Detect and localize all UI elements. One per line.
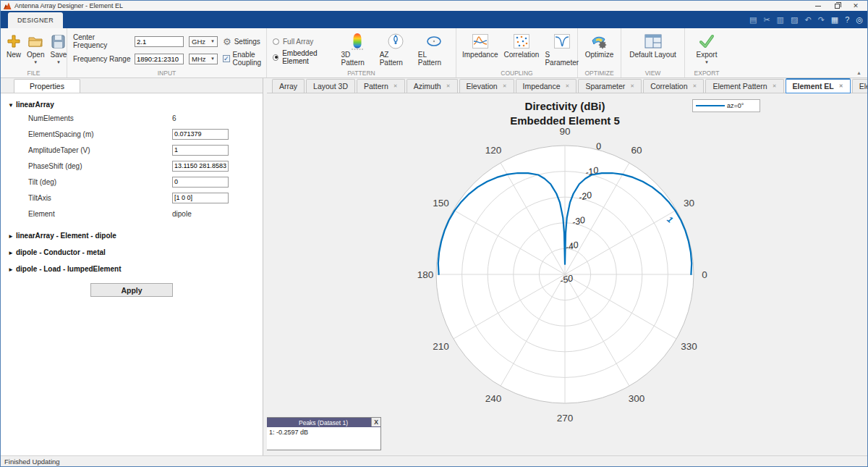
- cut-icon[interactable]: ✂: [763, 16, 770, 24]
- open-dropdown-icon[interactable]: ▼: [33, 60, 38, 65]
- center-frequency-unit-dropdown[interactable]: GHz▼: [189, 36, 218, 47]
- properties-tabstrip: Properties: [1, 78, 263, 93]
- ribbon-section-coupling: Impedance Correlation: [456, 28, 578, 77]
- help-icon[interactable]: ?: [845, 16, 849, 24]
- impedance-button[interactable]: Impedance: [459, 30, 501, 60]
- properties-panel: Properties ▼linearArray NumElements 6 El…: [1, 78, 263, 455]
- center-frequency-input[interactable]: [135, 36, 184, 47]
- export-button[interactable]: Export ▼: [694, 30, 720, 67]
- correlation-icon: [514, 32, 529, 51]
- ribbon-section-optimize: Optimize OPTIMIZE: [578, 28, 621, 77]
- close-tab-icon[interactable]: ✕: [773, 83, 777, 89]
- 3d-pattern-icon: [352, 32, 363, 51]
- chevron-down-icon: ▼: [210, 56, 215, 61]
- close-tab-icon[interactable]: ✕: [503, 83, 507, 89]
- el-pattern-button[interactable]: EL Pattern: [415, 30, 453, 68]
- conductor-metal-section-header[interactable]: ►dipole - Conductor - metal: [1, 244, 263, 261]
- restore-button[interactable]: [833, 1, 841, 10]
- save-dropdown-icon[interactable]: ▼: [56, 60, 61, 65]
- paste-icon[interactable]: ▨: [791, 16, 798, 24]
- amplitudetaper-input[interactable]: [172, 145, 229, 156]
- window-layout-icon[interactable]: ▦: [831, 16, 838, 24]
- apply-button[interactable]: Apply: [90, 283, 173, 297]
- correlation-button[interactable]: Correlation: [501, 30, 542, 60]
- property-row: NumElements 6: [1, 110, 263, 126]
- phaseshift-input[interactable]: [172, 161, 229, 172]
- tab-impedance[interactable]: Impedance✕: [516, 79, 577, 93]
- tab-layout-3d[interactable]: Layout 3D: [306, 79, 355, 93]
- s-parameter-button[interactable]: S Parameter: [542, 30, 582, 68]
- peaks-close-button[interactable]: X: [371, 418, 380, 426]
- property-row: AmplitudeTaper (V): [1, 142, 263, 158]
- enable-coupling-checkbox[interactable]: ✓ Enable Coupling: [223, 51, 262, 67]
- load-lumpedelement-section-header[interactable]: ►dipole - Load - lumpedElement: [1, 261, 263, 277]
- tab-array[interactable]: Array: [272, 79, 305, 93]
- new-button[interactable]: New ▼: [4, 30, 24, 67]
- embedded-element-radio[interactable]: Embedded Element: [273, 49, 339, 65]
- numelements-value: 6: [172, 114, 176, 122]
- svg-text:120: 120: [485, 145, 502, 156]
- optimize-button[interactable]: Optimize: [582, 30, 616, 60]
- collapse-ribbon-icon[interactable]: ▲: [856, 70, 861, 75]
- tab-designer[interactable]: DESIGNER: [8, 12, 63, 28]
- tab-element-az[interactable]: Element AZ✕: [852, 79, 868, 93]
- triangle-expanded-icon: ▼: [8, 102, 14, 109]
- ribbon-section-file: New ▼ Open ▼ Save ▼ FI: [1, 28, 67, 77]
- tab-properties[interactable]: Properties: [14, 79, 80, 93]
- minimize-button[interactable]: [814, 1, 822, 10]
- undo-icon[interactable]: ↶: [804, 16, 811, 24]
- tilt-input[interactable]: [172, 177, 229, 188]
- tab-element-pattern[interactable]: Element Pattern✕: [705, 79, 783, 93]
- close-button[interactable]: ✕: [851, 1, 860, 10]
- tab-elevation[interactable]: Elevation✕: [459, 79, 514, 93]
- export-dropdown-icon[interactable]: ▼: [705, 60, 709, 65]
- frequency-range-input[interactable]: [135, 54, 184, 64]
- resources-icon[interactable]: ◎: [856, 16, 863, 24]
- open-button[interactable]: Open ▼: [24, 30, 47, 67]
- frequency-range-unit-dropdown[interactable]: MHz▼: [189, 54, 218, 64]
- close-tab-icon[interactable]: ✕: [446, 83, 451, 89]
- tab-pattern[interactable]: Pattern✕: [357, 79, 405, 93]
- peaks-panel-header[interactable]: Peaks (Dataset 1) X: [267, 418, 380, 427]
- impedance-icon: [472, 32, 488, 51]
- save-icon[interactable]: ▤: [749, 16, 757, 24]
- window-title: Antenna Array Designer - Element EL: [14, 2, 123, 9]
- property-row: PhaseShift (deg): [1, 158, 263, 174]
- el-pattern-icon: [425, 32, 443, 51]
- close-tab-icon[interactable]: ✕: [566, 83, 570, 89]
- close-tab-icon[interactable]: ✕: [393, 83, 398, 89]
- tiltaxis-input[interactable]: [172, 193, 229, 203]
- status-text: Finished Updating: [4, 458, 60, 466]
- frequency-range-label: Frequency Range: [73, 55, 131, 63]
- elementspacing-input[interactable]: [172, 129, 229, 140]
- element-dipole-section-header[interactable]: ►linearArray - Element - dipole: [1, 227, 263, 244]
- property-row: Tilt (deg): [1, 174, 263, 190]
- radio-selected-icon: [273, 54, 278, 61]
- save-button[interactable]: Save ▼: [47, 30, 69, 67]
- svg-text:180: 180: [417, 269, 434, 280]
- lineararray-section-header[interactable]: ▼linearArray: [1, 93, 263, 110]
- peaks-panel[interactable]: Peaks (Dataset 1) X 1: -0.2597 dB: [267, 417, 381, 450]
- checkbox-checked-icon: ✓: [223, 55, 230, 62]
- tab-azimuth[interactable]: Azimuth✕: [407, 79, 458, 93]
- close-tab-icon[interactable]: ✕: [693, 83, 697, 89]
- property-row: TiltAxis: [1, 190, 263, 206]
- close-tab-icon[interactable]: ✕: [839, 83, 843, 89]
- ribbon-tab-bar: DESIGNER ▤ ✂ ▥ ▨ ↶ ↷ ▦ ? ◎: [1, 11, 867, 28]
- tab-correlation[interactable]: Correlation✕: [643, 79, 704, 93]
- close-tab-icon[interactable]: ✕: [630, 83, 634, 89]
- tab-sparameter[interactable]: Sparameter✕: [578, 79, 642, 93]
- ribbon-section-pattern: Full Array Embedded Element: [267, 28, 456, 77]
- az-pattern-icon: [387, 32, 404, 51]
- redo-icon[interactable]: ↷: [818, 16, 825, 24]
- settings-button[interactable]: ⚙ Settings: [223, 37, 262, 46]
- ribbon-section-export: Export ▼ EXPORT: [685, 28, 728, 77]
- svg-text:0: 0: [702, 269, 707, 280]
- az-pattern-button[interactable]: AZ Pattern: [377, 30, 415, 68]
- copy-icon[interactable]: ▥: [777, 16, 784, 24]
- default-layout-button[interactable]: Default Layout: [626, 30, 679, 60]
- full-array-radio[interactable]: Full Array: [273, 33, 339, 49]
- tab-element-el[interactable]: Element EL✕: [786, 78, 851, 93]
- polar-plot-canvas[interactable]: Directivity (dBi) Embedded Element 5 az=…: [267, 93, 867, 455]
- 3d-pattern-button[interactable]: 3D Pattern: [339, 30, 377, 68]
